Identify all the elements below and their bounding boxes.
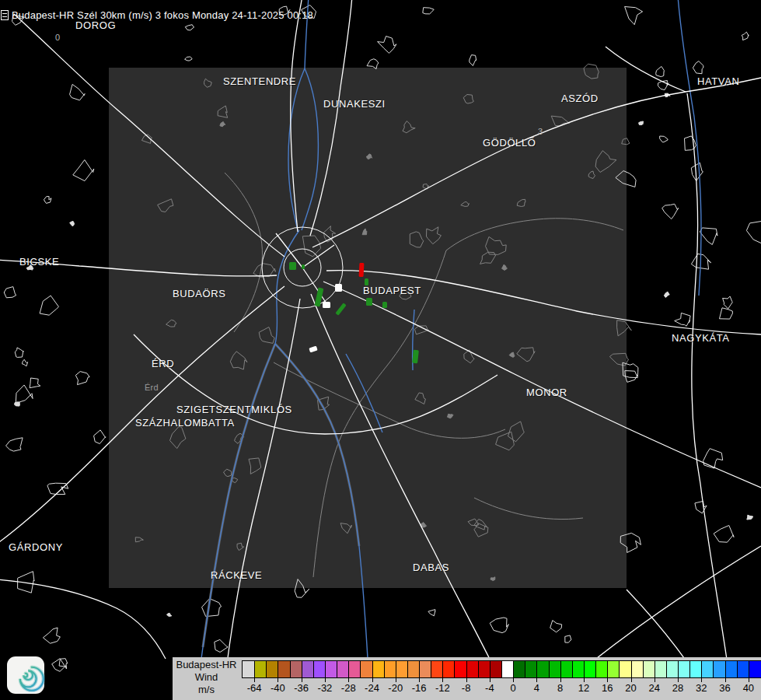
radar-echo xyxy=(366,298,372,306)
legend-tick-label: 4 xyxy=(534,682,539,694)
legend-swatch-divider xyxy=(584,661,585,677)
legend-swatch xyxy=(454,661,466,677)
legend-swatch xyxy=(243,661,255,677)
legend-swatch-divider xyxy=(513,661,514,677)
town-patch xyxy=(723,296,733,309)
legend-swatch-divider xyxy=(360,661,361,677)
radar-image-viewport: { "title": { "text": "Budapest-HR Szél 3… xyxy=(0,0,761,700)
town-patch xyxy=(15,348,23,358)
legend-swatch-divider xyxy=(655,661,655,677)
town-patch xyxy=(691,163,703,180)
radar-echo xyxy=(335,284,342,292)
legend-swatch xyxy=(302,661,314,677)
legend-swatch-divider xyxy=(631,661,632,677)
town-patch xyxy=(43,628,60,643)
town-patch xyxy=(367,59,379,69)
town-patch xyxy=(73,160,94,181)
legend-swatch xyxy=(584,661,596,677)
legend-swatch-divider xyxy=(313,661,314,677)
legend-swatch-divider xyxy=(713,661,714,677)
legend-swatch-divider xyxy=(560,661,561,677)
legend-tick-label: -64 xyxy=(247,682,262,694)
town-patch xyxy=(703,449,723,468)
legend-tick-label: 12 xyxy=(578,682,589,694)
legend-swatch xyxy=(384,661,396,677)
legend-swatch xyxy=(666,661,679,677)
town-patch xyxy=(675,313,690,326)
legend-swatch-divider xyxy=(278,661,278,677)
legend-swatch-divider xyxy=(666,661,667,677)
legend-swatch-divider xyxy=(725,661,726,677)
town-patch xyxy=(4,287,16,298)
legend-color-bar xyxy=(242,660,761,678)
legend-swatch-divider xyxy=(572,661,573,677)
radar-echo xyxy=(323,302,330,308)
legend-tick-label: 20 xyxy=(625,682,636,694)
legend-swatch-divider xyxy=(290,661,291,677)
legend-title-block: Budapest-HR Wind m/s xyxy=(173,657,240,700)
town-patch xyxy=(490,577,495,581)
legend-swatch-divider xyxy=(619,661,620,677)
town-patch xyxy=(700,228,717,245)
road-line xyxy=(687,93,733,700)
road-number-label: 3 xyxy=(538,127,543,136)
legend-swatch xyxy=(396,661,408,677)
town-patch xyxy=(423,8,434,14)
town-patch xyxy=(6,438,23,451)
legend-swatch xyxy=(536,661,549,677)
legend-tick-label: -16 xyxy=(412,682,427,694)
legend-swatch xyxy=(419,661,431,677)
legend-swatch-divider xyxy=(525,661,525,677)
legend-swatch-divider xyxy=(749,661,749,677)
legend-swatch-divider xyxy=(643,661,644,677)
color-scale-legend: Budapest-HR Wind m/s -64-40-36-32-28-24-… xyxy=(173,657,761,700)
town-patch xyxy=(625,7,643,25)
legend-swatch-divider xyxy=(407,661,408,677)
legend-swatch xyxy=(337,661,349,677)
legend-swatch xyxy=(655,661,667,677)
road-number-label: 0 xyxy=(55,33,60,42)
town-patch xyxy=(70,222,75,226)
legend-tick-label: -32 xyxy=(318,682,333,694)
legend-parameter-label: Wind xyxy=(173,671,240,684)
town-patch xyxy=(746,221,761,244)
legend-swatch-divider xyxy=(536,661,537,677)
legend-swatch-divider xyxy=(454,661,455,677)
legend-swatch xyxy=(290,661,302,677)
legend-swatch xyxy=(442,661,455,677)
legend-swatch xyxy=(501,661,514,677)
legend-swatch xyxy=(431,661,443,677)
legend-swatch-divider xyxy=(384,661,385,677)
town-patch xyxy=(40,296,58,315)
radar-coverage-area xyxy=(109,68,627,588)
legend-swatch-divider xyxy=(607,661,608,677)
legend-swatch-divider xyxy=(266,661,267,677)
town-patch xyxy=(75,372,89,385)
legend-swatch-divider xyxy=(442,661,443,677)
legend-swatch xyxy=(478,661,490,677)
legend-tick-label: -20 xyxy=(388,682,403,694)
legend-swatch xyxy=(725,661,738,677)
town-patch xyxy=(714,526,734,543)
town-patch xyxy=(747,515,753,520)
legend-swatch xyxy=(525,661,537,677)
legend-swatch xyxy=(513,661,525,677)
town-patch xyxy=(44,197,51,204)
legend-swatch-divider xyxy=(549,661,550,677)
legend-swatch-divider xyxy=(372,661,373,677)
town-patch xyxy=(664,292,669,297)
legend-swatch xyxy=(678,661,690,677)
legend-tick-label: 40 xyxy=(743,682,754,694)
town-patch xyxy=(94,430,106,444)
legend-swatch-divider xyxy=(396,661,396,677)
town-patch xyxy=(639,121,644,125)
town-patch xyxy=(742,32,749,40)
legend-swatch xyxy=(549,661,561,677)
weather-swirl-logo xyxy=(6,656,45,695)
logo-swirl-icon xyxy=(6,656,45,695)
legend-tick-label: 8 xyxy=(557,682,563,694)
legend-tick-label: 0 xyxy=(511,682,516,694)
legend-swatch xyxy=(631,661,644,677)
town-patch xyxy=(693,61,703,74)
town-patch xyxy=(470,55,476,66)
